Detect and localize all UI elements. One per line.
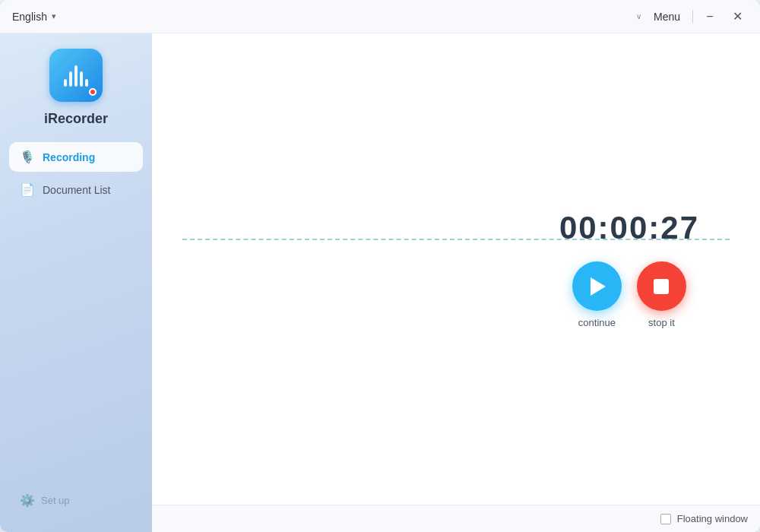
app-icon-inner — [64, 64, 88, 87]
timer-display: 00:00:27 — [559, 210, 699, 246]
bar-1 — [64, 79, 67, 87]
sidebar-bottom: ⚙️ Set up — [0, 487, 152, 520]
sidebar-item-recording-label: Recording — [43, 151, 95, 163]
bar-2 — [69, 71, 72, 87]
menu-button[interactable]: Menu — [648, 8, 686, 26]
main-layout: iRecorder 🎙️ Recording 📄 Document List ⚙… — [0, 33, 760, 532]
setup-item[interactable]: ⚙️ Set up — [9, 487, 143, 514]
content-main: 00:00:27 continue stop it — [152, 33, 760, 505]
play-icon — [591, 277, 606, 296]
minimize-button[interactable]: − — [699, 6, 720, 27]
gear-icon: ⚙️ — [20, 493, 35, 508]
continue-button-group: continue — [572, 261, 622, 328]
sidebar-item-document-list-label: Document List — [43, 184, 110, 196]
floating-window-checkbox[interactable] — [660, 514, 671, 524]
app-window: English ▾ ∨ Menu − ✕ — [0, 0, 760, 532]
microphone-icon: 🎙️ — [20, 150, 35, 164]
stop-button-group: stop it — [637, 261, 686, 328]
stop-label: stop it — [648, 317, 675, 328]
document-icon: 📄 — [20, 182, 35, 197]
bar-4 — [80, 71, 83, 87]
sidebar-item-recording[interactable]: 🎙️ Recording — [9, 142, 143, 172]
controls-area: 00:00:27 continue stop it — [559, 210, 699, 328]
setup-label: Set up — [41, 495, 70, 506]
bar-3 — [74, 65, 78, 87]
menu-chevron-icon: ∨ — [636, 12, 641, 21]
content-area: 00:00:27 continue stop it — [152, 33, 760, 532]
titlebar-right: ∨ Menu − ✕ — [636, 6, 748, 27]
app-name: iRecorder — [44, 111, 108, 127]
continue-button[interactable] — [572, 261, 622, 311]
language-chevron-icon: ▾ — [52, 11, 56, 21]
titlebar: English ▾ ∨ Menu − ✕ — [0, 0, 760, 33]
sound-bars-icon — [64, 64, 88, 87]
floating-window-label: Floating window — [677, 513, 748, 524]
bar-5 — [85, 79, 88, 87]
stop-button[interactable] — [637, 261, 686, 311]
titlebar-left: English ▾ — [12, 11, 56, 23]
sidebar-item-document-list[interactable]: 📄 Document List — [9, 175, 143, 204]
sidebar: iRecorder 🎙️ Recording 📄 Document List ⚙… — [0, 33, 152, 532]
stop-icon — [654, 279, 669, 294]
language-label: English — [12, 11, 47, 23]
buttons-row: continue stop it — [572, 261, 686, 328]
titlebar-separator — [692, 10, 693, 24]
content-footer: Floating window — [152, 505, 760, 532]
continue-label: continue — [578, 317, 616, 328]
app-icon — [49, 49, 103, 102]
sidebar-nav: 🎙️ Recording 📄 Document List — [0, 142, 152, 207]
close-button[interactable]: ✕ — [727, 6, 748, 27]
recording-dot-icon — [89, 88, 97, 96]
